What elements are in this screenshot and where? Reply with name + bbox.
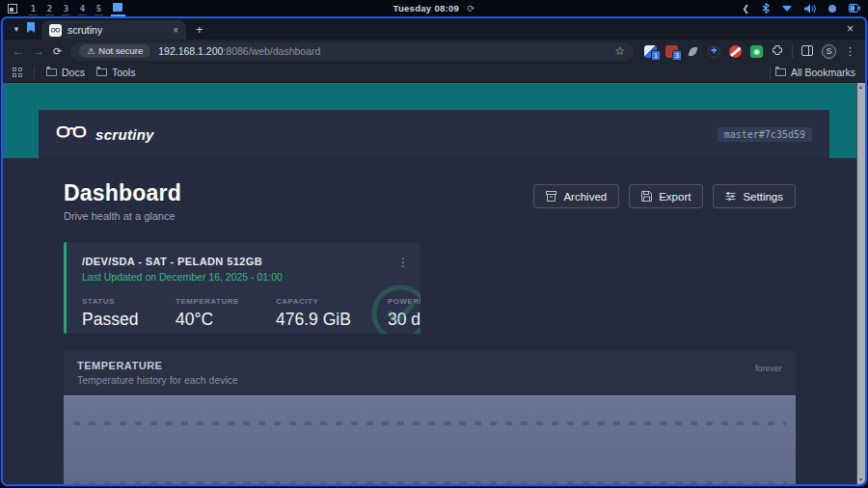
device-menu-kebab-icon[interactable]: ⋮	[397, 256, 409, 269]
tab-search-chevron-icon[interactable]: ▾	[9, 24, 24, 34]
battery-icon[interactable]	[849, 4, 860, 13]
browser-toolbar: ← → ⟳ ⚠ Not secure 192.168.1.200:8086/we…	[3, 40, 865, 63]
folder-icon	[96, 68, 107, 76]
temperature-section-header: TEMPERATURE Temperature history for each…	[64, 351, 796, 395]
stat-status: STATUS Passed	[82, 297, 176, 330]
adblock-icon[interactable]	[729, 45, 742, 58]
network-icon[interactable]	[782, 6, 792, 12]
brand-name[interactable]: scrutiny	[95, 126, 154, 143]
new-tab-button[interactable]: +	[196, 22, 203, 37]
archive-icon	[546, 191, 556, 202]
section-subtitle: Temperature history for each device	[77, 374, 782, 386]
range-selector[interactable]: forever	[755, 364, 782, 373]
layout-icon[interactable]	[8, 4, 17, 14]
device-card[interactable]: /DEV/SDA - SAT - PELADN 512GB Last Updat…	[64, 242, 420, 334]
sidebar-panel-icon[interactable]	[801, 42, 813, 60]
back-button[interactable]: ←	[13, 44, 24, 58]
extensions-puzzle-icon[interactable]	[772, 42, 783, 60]
device-title[interactable]: /DEV/SDA - SAT - PELADN 512GB	[82, 256, 405, 267]
active-workspace-indicator[interactable]	[111, 0, 125, 16]
workspace-3[interactable]: 3	[60, 0, 72, 16]
workspace-5[interactable]: 5	[93, 0, 105, 16]
archived-button[interactable]: Archived	[533, 184, 619, 208]
not-secure-badge[interactable]: ⚠ Not secure	[79, 44, 150, 58]
warning-icon: ⚠	[87, 46, 95, 56]
address-bar[interactable]: ⚠ Not secure 192.168.1.200:8086/web/dash…	[70, 42, 634, 61]
extension-icon-3[interactable]	[687, 45, 699, 58]
chevron-left-icon[interactable]: ❮	[742, 4, 749, 14]
section-title: TEMPERATURE	[77, 360, 782, 371]
export-button[interactable]: Export	[629, 184, 703, 208]
status-dot-icon[interactable]	[828, 5, 836, 13]
bookmarks-bar: Docs Tools All Bookmarks	[3, 63, 865, 83]
sliders-icon	[725, 191, 736, 202]
bookmarks-divider	[34, 67, 35, 79]
folder-icon	[46, 68, 57, 76]
volume-icon[interactable]	[804, 4, 816, 14]
browser-menu-icon[interactable]: ⋮	[845, 45, 855, 58]
page-scrollbar[interactable]: ▲ ▼	[856, 83, 865, 484]
page-actions: Archived Export Settings	[533, 184, 796, 208]
wm-status-bar: 1 2 3 4 5 Tuesday 08:09⟳ ❮	[0, 0, 868, 16]
workspace-4[interactable]: 4	[76, 0, 89, 16]
chart-skeleton-row	[73, 421, 786, 425]
url-text[interactable]: 192.168.1.200:8086/web/dashboard	[158, 45, 607, 57]
health-check-icon	[370, 284, 420, 334]
extension-icon-2[interactable]: 3	[665, 45, 678, 58]
scrutiny-favicon	[49, 24, 62, 37]
workspace-2[interactable]: 2	[43, 0, 56, 16]
save-icon	[641, 191, 652, 202]
system-tray: ❮	[742, 3, 860, 14]
temperature-chart-area[interactable]	[64, 395, 796, 484]
bookmark-folder-tools[interactable]: Tools	[96, 67, 136, 78]
apps-grid-icon[interactable]	[13, 68, 22, 77]
tab-close-icon[interactable]: ×	[173, 25, 178, 36]
extension-icon-4[interactable]: ✚	[708, 45, 720, 58]
folder-icon	[775, 68, 786, 76]
extensions-area: 1 3 ✚ ◉ S ⋮	[644, 42, 855, 60]
bluetooth-icon[interactable]	[762, 3, 770, 14]
temperature-section: TEMPERATURE Temperature history for each…	[64, 351, 796, 484]
toolbar-divider	[792, 45, 793, 58]
scroll-up-icon[interactable]: ▲	[856, 83, 865, 91]
device-last-updated: Last Updated on December 16, 2025 - 01:0…	[82, 271, 405, 283]
extension-icon-6[interactable]: ◉	[750, 45, 763, 58]
all-bookmarks-button[interactable]: All Bookmarks	[770, 67, 855, 79]
bookmark-star-icon[interactable]: ☆	[614, 44, 625, 58]
chart-skeleton-row	[73, 481, 786, 484]
window-close-button[interactable]: ×	[847, 22, 854, 36]
scrollbar-thumb[interactable]	[856, 83, 865, 484]
browser-tab-scrutiny[interactable]: scrutiny ×	[41, 20, 186, 40]
tab-strip: ▾ scrutiny × + ×	[3, 18, 865, 40]
page-heading: Dashboard Drive health at a glance	[64, 180, 181, 222]
clock: Tuesday 08:09⟳	[0, 3, 868, 14]
device-stats: STATUS Passed TEMPERATURE 40°C CAPACITY …	[82, 297, 405, 330]
build-badge: master#7c35d59	[718, 127, 812, 142]
glasses-logo-icon	[56, 123, 87, 145]
tab-title: scrutiny	[68, 24, 167, 36]
forward-button[interactable]: →	[33, 44, 44, 58]
refresh-icon: ⟳	[467, 3, 475, 14]
bookmarks-divider	[770, 67, 771, 79]
bookmark-folder-docs[interactable]: Docs	[46, 67, 85, 78]
settings-button[interactable]: Settings	[713, 184, 796, 208]
stat-temperature: TEMPERATURE 40°C	[176, 297, 276, 330]
page-viewport: scrutiny master#7c35d59 Dashboard Drive …	[3, 83, 865, 484]
page-subtitle: Drive health at a glance	[64, 210, 181, 222]
bookmark-flag-icon[interactable]	[26, 20, 36, 38]
workspace-1[interactable]: 1	[27, 0, 40, 16]
reload-button[interactable]: ⟳	[53, 45, 62, 58]
scrutiny-navbar: scrutiny master#7c35d59	[39, 110, 829, 158]
browser-window: ▾ scrutiny × + × ← → ⟳ ⚠ Not secure 192.…	[1, 16, 867, 486]
dashboard-main: Dashboard Drive health at a glance Archi…	[3, 158, 856, 484]
scroll-down-icon[interactable]: ▼	[856, 475, 865, 483]
extension-icon-1[interactable]: 1	[644, 45, 657, 58]
page-title: Dashboard	[64, 180, 181, 206]
profile-avatar[interactable]: S	[822, 44, 836, 59]
